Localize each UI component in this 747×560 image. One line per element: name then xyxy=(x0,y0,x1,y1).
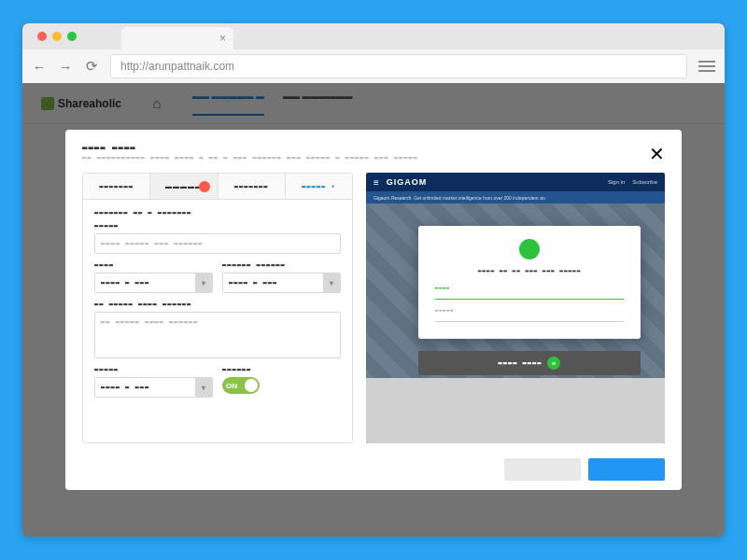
chevron-down-icon: ▾ xyxy=(323,273,340,292)
panel-tab-3[interactable]: ▬▬▬▬▬▬▬ xyxy=(218,174,286,199)
section-label: ▬▬▬▬▬▬▬ ▬▬ ▬ ▬▬▬▬▬▬▬ xyxy=(94,209,341,217)
menu-icon[interactable] xyxy=(698,61,715,72)
forward-icon[interactable]: → xyxy=(58,59,73,75)
preview-logo: GIGAOM xyxy=(387,177,428,187)
panel-tab-2[interactable]: ▬▬▬▬▬ xyxy=(150,174,218,199)
select-input[interactable]: ▬▬▬▬ ▬ ▬▬▬▾ xyxy=(94,377,213,398)
preview-form-card: ▬▬▬▬ ▬▬ ▬▬ ▬▬▬ ▬▬▬ ▬▬▬▬▬ ▬▬▬▬ ▬▬▬▬▬ xyxy=(418,226,641,339)
field-label: ▬▬▬▬▬ xyxy=(94,222,341,230)
modal-overlay: ▬▬▬▬ ▬▬▬▬ ▬▬ ▬▬▬▬▬▬▬▬▬▬ ▬▬▬▬ ▬▬▬▬ ▬ ▬▬ ▬… xyxy=(22,83,725,537)
field-label: ▬▬▬▬ xyxy=(94,261,213,269)
toggle-knob-icon xyxy=(245,379,258,392)
close-window-icon[interactable] xyxy=(37,32,47,41)
preview-card-title: ▬▬▬▬ ▬▬ ▬▬ ▬▬▬ ▬▬▬ ▬▬▬▬▬ xyxy=(435,267,624,273)
modal-subtitle: ▬▬ ▬▬▬▬▬▬▬▬▬▬ ▬▬▬▬ ▬▬▬▬ ▬ ▬▬ ▬ ▬▬▬ ▬▬▬▬▬… xyxy=(82,154,649,161)
signin-link[interactable]: Sign in xyxy=(608,179,625,185)
text-input[interactable]: ▬▬▬▬ ▬▬▬▬▬ ▬▬▬ ▬▬▬▬▬▬ xyxy=(94,233,341,254)
field-label: ▬▬ ▬▬▬▬▬ ▬▬▬▬ ▬▬▬▬▬▬ xyxy=(94,301,341,308)
preview-footer: ▬▬▬▬ ▬▬▬▬ » xyxy=(418,351,641,375)
field-label: ▬▬▬▬▬▬ ▬▬▬▬▬▬ xyxy=(222,261,341,269)
panel-tab-1[interactable]: ▬▬▬▬▬▬▬ xyxy=(83,174,150,199)
select-input[interactable]: ▬▬▬▬ ▬ ▬▬▬▾ xyxy=(94,273,213,293)
chevron-down-icon: ▾ xyxy=(195,378,212,397)
select-input[interactable]: ▬▬▬▬ ▬ ▬▬▬▾ xyxy=(222,273,341,293)
modal-title: ▬▬▬▬ ▬▬▬▬ xyxy=(82,143,649,152)
browser-window: × ← → ⟳ http://arunpattnaik.com Shareaho… xyxy=(22,23,725,537)
maximize-window-icon[interactable] xyxy=(67,32,77,41)
field-label: ▬▬▬▬▬▬ xyxy=(222,366,341,373)
avatar-icon xyxy=(519,239,540,259)
address-bar[interactable]: http://arunpattnaik.com xyxy=(110,54,687,78)
subscribe-link[interactable]: Subscribe xyxy=(632,179,657,185)
toggle-switch[interactable]: ON xyxy=(222,377,260,394)
go-icon[interactable]: » xyxy=(547,357,560,370)
preview-panel: ≡ GIGAOM Sign in Subscribe Gigaom Resear… xyxy=(366,173,665,443)
preview-input[interactable]: ▬▬▬▬▬ xyxy=(435,307,624,322)
close-icon[interactable]: ✕ xyxy=(649,143,665,165)
textarea-input[interactable]: ▬▬ ▬▬▬▬▬ ▬▬▬▬ ▬▬▬▬▬▬ xyxy=(94,312,341,358)
hamburger-icon[interactable]: ≡ xyxy=(374,177,379,188)
settings-modal: ▬▬▬▬ ▬▬▬▬ ▬▬ ▬▬▬▬▬▬▬▬▬▬ ▬▬▬▬ ▬▬▬▬ ▬ ▬▬ ▬… xyxy=(65,130,682,490)
chevron-down-icon: ▾ xyxy=(195,273,212,292)
preview-input-active[interactable]: ▬▬▬▬ xyxy=(435,285,624,300)
save-button[interactable] xyxy=(588,458,665,481)
minimize-window-icon[interactable] xyxy=(52,32,62,41)
panel-tab-4[interactable]: ▬▬▬▬▬ ▾ xyxy=(286,174,352,199)
form-panel: ▬▬▬▬▬▬▬ ▬▬▬▬▬ ▬▬▬▬▬▬▬ ▬▬▬▬▬ ▾ ▬▬▬▬▬▬▬ ▬▬… xyxy=(82,173,353,443)
browser-chrome: × ← → ⟳ http://arunpattnaik.com xyxy=(22,23,725,83)
reload-icon[interactable]: ⟳ xyxy=(84,58,99,75)
cancel-button[interactable] xyxy=(504,458,581,481)
back-icon[interactable]: ← xyxy=(32,59,47,75)
preview-banner: Gigaom Research. Get unlimited market in… xyxy=(366,191,665,203)
notification-dot-icon xyxy=(199,181,210,192)
browser-tab[interactable]: × xyxy=(121,27,233,49)
tab-close-icon[interactable]: × xyxy=(219,32,226,45)
field-label: ▬▬▬▬▬ xyxy=(94,366,213,373)
window-controls xyxy=(30,23,84,49)
